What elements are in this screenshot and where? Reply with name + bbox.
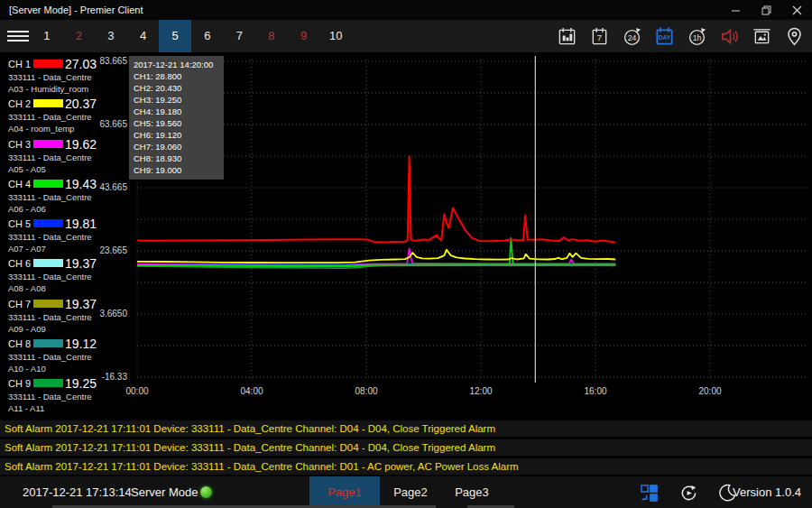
tooltip-channel-value: CH2: 20.430 [134,82,220,94]
tooltip-channel-value: CH4: 19.180 [134,106,220,117]
page-number-tab[interactable]: 4 [127,20,160,52]
channel-legend-panel: CH 1 27.03 333111 - Data_Centre A03 - Hu… [0,55,101,415]
chart-tooltip: 2017-12-21 14:20:00 CH1: 28.800CH2: 20.4… [129,56,224,180]
alarm-message[interactable]: Soft Alarm 2017-12-21 17:11:01 Device: 3… [0,458,812,475]
alarm-message[interactable]: Soft Alarm 2017-12-21 17:11:01 Device: 3… [0,420,812,437]
channel-item[interactable]: CH 7 19.37 333111 - Data_Centre A09 - A0… [0,295,101,335]
svg-text:DAY: DAY [658,34,670,41]
calendar-week-icon[interactable]: 7 [583,20,615,52]
tooltip-channel-value: CH5: 19.560 [134,117,220,129]
calendar-report-icon[interactable] [550,20,583,52]
channel-item[interactable]: CH 2 20.37 333111 - Data_Centre A04 - ro… [0,95,101,134]
channel-item[interactable]: CH 6 19.37 333111 - Data_Centre A08 - A0… [0,254,101,294]
channel-device: 333111 - Data_Centre [8,392,92,402]
snapshot-icon[interactable] [745,20,778,52]
channel-device: 333111 - Data_Centre [8,232,92,242]
channel-point: A04 - room_temp [8,124,74,134]
alarm-message[interactable]: Soft Alarm 2017-12-21 17:11:01 Device: 3… [0,439,812,456]
title-bar: [Server Mode] - Premier Client [0,0,812,20]
channel-point: A05 - A05 [8,164,46,174]
channel-id: CH 1 [8,59,31,69]
tooltip-channel-value: CH8: 18.930 [134,152,220,164]
channel-point: A11 - A11 [8,403,44,413]
sync-icon[interactable] [678,483,698,503]
restore-button[interactable] [751,0,781,20]
tooltip-channel-value: CH3: 19.250 [134,94,220,106]
page-number-tabs: 12345678910 [31,20,352,52]
channel-id: CH 2 [8,98,31,109]
version-label: Version 1.0.4 [733,476,801,508]
channel-device: 333111 - Data_Centre [8,72,92,82]
tooltip-channel-value: CH6: 19.120 [134,129,220,141]
page-number-tab[interactable]: 5 [159,20,191,52]
page-tab[interactable]: Page3 [441,476,503,508]
layout-switch-icon[interactable] [639,483,659,503]
channel-color-swatch [33,140,63,148]
menu-button[interactable] [7,28,29,44]
24-hour-icon[interactable]: 24 [615,20,648,52]
x-axis-label: 00:00 [122,386,152,396]
y-axis-label: -16.33 [90,372,127,382]
y-axis: 83.66563.66543.66523.6653.6650-16.33 [90,52,127,420]
page-number-tab[interactable]: 10 [319,20,352,52]
page-number-tab[interactable]: 6 [191,20,224,52]
page-number-tab[interactable]: 9 [288,20,320,52]
channel-color-swatch [33,300,63,308]
channel-item[interactable]: CH 8 19.12 333111 - Data_Centre A10 - A1… [0,335,101,374]
channel-point: A10 - A10 [8,364,46,374]
y-axis-label: 63.665 [90,119,127,129]
series-CH2 [137,250,615,263]
page-number-tab[interactable]: 7 [224,20,256,52]
trend-chart[interactable] [131,52,812,384]
page-tabs: Page1Page2Page3 [309,476,503,508]
page-tab[interactable]: Page2 [380,476,441,508]
close-button[interactable] [781,0,812,20]
page-number-tab[interactable]: 1 [31,20,63,52]
channel-color-swatch [33,180,63,188]
channel-id: CH 9 [8,378,31,389]
x-axis-label: 20:00 [695,386,725,396]
y-axis-label: 23.665 [90,245,127,255]
page-number-tab[interactable]: 8 [255,20,288,52]
channel-point: A09 - A09 [8,324,46,334]
svg-text:1h: 1h [692,32,701,42]
channel-point: A03 - Humidity_room [8,84,88,94]
minimize-button[interactable] [720,0,751,20]
x-axis-label: 08:00 [351,386,382,396]
channel-color-swatch [33,259,63,267]
channel-id: CH 4 [8,179,31,189]
channel-item[interactable]: CH 4 19.43 333111 - Data_Centre A06 - A0… [0,175,101,215]
status-clock: 2017-12-21 17:13:14 [23,476,132,508]
1-hour-icon[interactable]: 1h [680,20,713,52]
channel-device: 333111 - Data_Centre [8,352,92,362]
y-axis-label: 83.665 [90,56,127,66]
x-axis-label: 12:00 [466,386,496,396]
channel-device: 333111 - Data_Centre [8,272,92,282]
connection-led [200,486,212,498]
status-bar: 2017-12-21 17:13:14 Server Mode Page1Pag… [0,476,812,508]
channel-item[interactable]: CH 9 19.25 333111 - Data_Centre A11 - A1… [0,374,101,414]
channel-device: 333111 - Data_Centre [8,192,92,202]
alarm-log: Soft Alarm 2017-12-21 17:11:01 Device: 3… [0,420,812,477]
trend-view: CH 1 27.03 333111 - Data_Centre A03 - Hu… [0,52,812,420]
channel-id: CH 7 [8,299,31,309]
channel-device: 333111 - Data_Centre [8,112,92,122]
location-icon[interactable] [778,20,810,52]
status-mode-label: Server Mode [131,476,198,508]
channel-color-swatch [33,219,63,227]
tooltip-channel-value: CH9: 19.000 [134,164,220,176]
chart-plot-area[interactable]: 00:0004:0008:0012:0016:0020:00 2017-12-2… [131,52,812,420]
y-axis-label: 43.665 [90,182,127,192]
day-view-icon[interactable]: DAY [648,20,680,52]
svg-text:7: 7 [596,32,601,42]
page-tab[interactable]: Page1 [309,476,380,508]
page-number-tab[interactable]: 3 [95,20,127,52]
channel-device: 333111 - Data_Centre [8,152,92,162]
channel-item[interactable]: CH 5 19.81 333111 - Data_Centre A07 - A0… [0,215,101,254]
sound-icon[interactable] [713,20,745,52]
channel-color-swatch [33,379,63,387]
channel-device: 333111 - Data_Centre [8,312,92,322]
page-number-tab[interactable]: 2 [63,20,96,52]
channel-item[interactable]: CH 3 19.62 333111 - Data_Centre A05 - A0… [0,135,101,175]
channel-item[interactable]: CH 1 27.03 333111 - Data_Centre A03 - Hu… [0,55,101,95]
